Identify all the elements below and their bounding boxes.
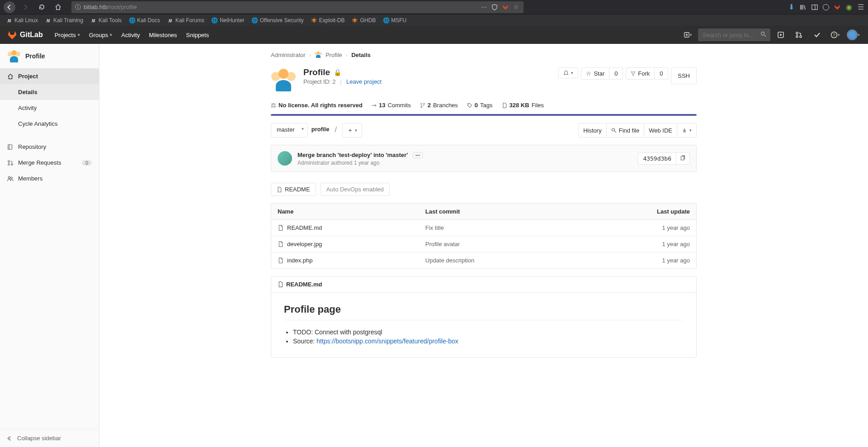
table-row[interactable]: index.phpUpdate description1 year ago xyxy=(271,252,697,269)
readme-filename[interactable]: README.md xyxy=(271,276,696,293)
commit-expand-icon[interactable]: ••• xyxy=(413,152,423,158)
svg-point-23 xyxy=(423,103,425,104)
bookmark-item[interactable]: 𐌽Kali Tools xyxy=(88,16,124,24)
bookmark-item[interactable]: 𐌽Kali Linux xyxy=(4,16,41,24)
commits-stat[interactable]: ⊸13 Commits xyxy=(372,102,411,109)
file-table: Name Last commit Last update README.mdFi… xyxy=(271,203,697,269)
history-button[interactable]: History xyxy=(578,123,606,138)
file-commit-msg[interactable]: Profile avatar xyxy=(419,236,578,252)
shield-icon[interactable] xyxy=(491,4,498,11)
star-count[interactable]: 0 xyxy=(609,67,623,80)
bookmark-item[interactable]: 𐌽Kali Training xyxy=(42,16,86,24)
sidebar-header[interactable]: Profile xyxy=(0,44,99,68)
tags-stat[interactable]: 0 Tags xyxy=(467,102,493,109)
file-name[interactable]: developer.jpg xyxy=(278,241,413,247)
repo-path[interactable]: profile xyxy=(311,123,330,138)
bookmark-item[interactable]: 🌐Offensive Security xyxy=(249,16,307,24)
download-icon[interactable]: ⬇ xyxy=(788,4,795,11)
commit-author-avatar[interactable] xyxy=(278,151,292,166)
user-menu[interactable] xyxy=(845,26,861,44)
branch-selector[interactable]: master xyxy=(271,123,308,138)
star-button[interactable]: ☆ Star xyxy=(581,67,609,80)
file-name[interactable]: README.md xyxy=(278,224,413,231)
add-file-dropdown[interactable]: ＋ xyxy=(342,123,362,138)
sidebar-merge-requests[interactable]: Merge Requests 0 xyxy=(0,155,99,171)
url-path: /root/profile xyxy=(108,4,137,10)
gitlab-icon[interactable] xyxy=(502,4,509,11)
plus-dropdown[interactable] xyxy=(680,26,695,44)
ext3-icon[interactable]: ◉ xyxy=(845,4,853,11)
sidebar-details[interactable]: Details xyxy=(0,84,99,100)
commit-message[interactable]: Merge branch 'test-deploy' into 'master' xyxy=(297,152,408,158)
find-file-button[interactable]: Find file xyxy=(607,123,645,138)
todos-icon[interactable] xyxy=(809,26,825,44)
issues-icon[interactable] xyxy=(773,26,788,44)
gitlab-header: GitLab Projects Groups Activity Mileston… xyxy=(0,26,868,44)
browser-menu-icon[interactable]: ☰ xyxy=(857,4,864,11)
library-icon[interactable] xyxy=(799,4,807,11)
readme-panel: README.md Profile page TODO: Connect wit… xyxy=(271,276,697,358)
sidebar-repository[interactable]: Repository xyxy=(0,139,99,155)
bookmark-item[interactable]: 🌐NetHunter xyxy=(209,16,247,24)
breadcrumb-project[interactable]: Profile xyxy=(326,52,342,58)
url-bar[interactable]: ⓘ bitlab.htb/root/profile ⋯ ☆ xyxy=(71,1,524,13)
file-commit-msg[interactable]: Fix title xyxy=(419,220,578,236)
sidebar-cycle[interactable]: Cycle Analytics xyxy=(0,116,99,132)
bookmark-item[interactable]: 🕷Exploit-DB xyxy=(308,16,348,24)
web-ide-button[interactable]: Web IDE xyxy=(644,123,677,138)
commit-sha[interactable]: 4359d3b6 xyxy=(638,152,676,165)
browser-forward-button[interactable] xyxy=(19,1,32,14)
merge-requests-icon[interactable] xyxy=(791,26,807,44)
fork-button[interactable]: Fork xyxy=(626,67,655,80)
files-stat[interactable]: 328 KB Files xyxy=(502,102,544,109)
table-row[interactable]: README.mdFix title1 year ago xyxy=(271,220,697,236)
bookmark-item[interactable]: 🌐MSFU xyxy=(380,16,409,24)
bookmark-item[interactable]: 🌐Kali Docs xyxy=(126,16,163,24)
bookmark-item[interactable]: 𐌽Kali Forums xyxy=(165,16,207,24)
globe-icon: 🌐 xyxy=(129,17,135,24)
nav-milestones[interactable]: Milestones xyxy=(144,26,181,44)
license-stat[interactable]: ⚖No license. All rights reserved xyxy=(271,102,363,109)
sidebar-project[interactable]: Project xyxy=(0,68,99,84)
file-name[interactable]: index.php xyxy=(278,257,413,264)
nav-activity[interactable]: Activity xyxy=(117,26,144,44)
notification-dropdown[interactable] xyxy=(558,67,578,78)
ext1-icon[interactable] xyxy=(823,4,829,10)
col-commit: Last commit xyxy=(419,204,578,220)
ssh-button[interactable]: SSH xyxy=(671,67,697,84)
fork-count[interactable]: 0 xyxy=(655,67,668,80)
sidebar-members[interactable]: Members xyxy=(0,171,99,186)
browser-back-button[interactable] xyxy=(4,1,15,13)
collapse-sidebar[interactable]: Collapse sidebar xyxy=(0,429,99,447)
ext2-icon[interactable] xyxy=(834,4,841,11)
devops-pill[interactable]: Auto DevOps enabled xyxy=(321,183,390,196)
leave-project-link[interactable]: Leave project xyxy=(346,78,382,85)
bookmark-star-icon[interactable]: ☆ xyxy=(513,4,520,11)
browser-home-button[interactable] xyxy=(52,1,64,14)
more-icon[interactable]: ⋯ xyxy=(480,4,487,11)
nav-groups[interactable]: Groups xyxy=(85,26,117,44)
bookmark-item[interactable]: 🕷GHDB xyxy=(349,16,378,24)
svg-point-22 xyxy=(420,103,422,104)
nav-snippets[interactable]: Snippets xyxy=(182,26,214,44)
svg-point-6 xyxy=(780,34,782,36)
table-row[interactable]: developer.jpgProfile avatar1 year ago xyxy=(271,236,697,252)
search-input[interactable] xyxy=(698,29,770,41)
svg-rect-28 xyxy=(681,156,684,160)
breadcrumb-project-icon xyxy=(315,51,322,58)
sidebar-activity[interactable]: Activity xyxy=(0,100,99,116)
svg-point-20 xyxy=(634,71,635,73)
download-dropdown[interactable] xyxy=(677,123,697,138)
project-name: Profile xyxy=(303,67,330,77)
gitlab-logo[interactable]: GitLab xyxy=(7,30,43,40)
breadcrumb-owner[interactable]: Administrator xyxy=(271,52,306,58)
help-icon[interactable]: ? xyxy=(827,26,843,44)
browser-reload-button[interactable] xyxy=(35,1,48,14)
readme-pill[interactable]: README xyxy=(271,183,316,196)
readme-source-link[interactable]: https://bootsnipp.com/snippets/featured/… xyxy=(316,338,458,345)
branches-stat[interactable]: 2 Branches xyxy=(420,102,458,109)
sidebar-icon[interactable] xyxy=(811,4,818,11)
file-commit-msg[interactable]: Update description xyxy=(419,252,578,269)
copy-sha-button[interactable] xyxy=(676,152,690,165)
nav-projects[interactable]: Projects xyxy=(50,26,85,44)
